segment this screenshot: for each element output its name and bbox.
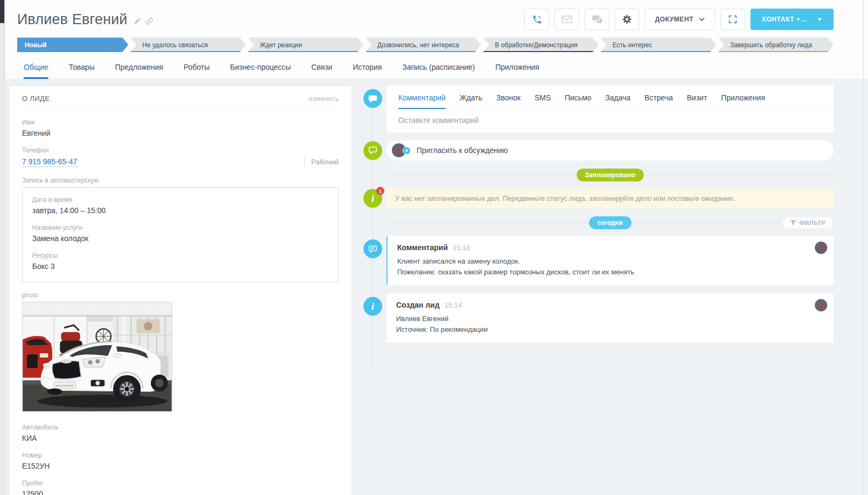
section-title: О ЛИДЕ <box>22 94 49 103</box>
entry-time: 15:14 <box>444 301 462 309</box>
window-corner <box>0 0 4 23</box>
caret-down-icon <box>818 18 822 21</box>
field-value: Е152УН <box>22 462 339 470</box>
planned-divider: Запланировано <box>386 168 834 182</box>
author-avatar: @ <box>815 242 827 254</box>
field-booking: Запись в автомастерскую Дата и время зав… <box>22 177 339 282</box>
lead-created-card: Создан лид 15:14 Ивлиев Евгений Источник… <box>386 294 834 343</box>
entry-title: Комментарий <box>397 243 448 252</box>
field-label: Номер <box>22 452 339 459</box>
tab-bizproc[interactable]: Бизнес-процессы <box>230 63 290 71</box>
stage-label: Завершить обработку лида <box>730 41 812 49</box>
settings-button[interactable] <box>615 9 639 30</box>
envelope-icon <box>561 15 572 24</box>
chat-button[interactable] <box>585 9 609 30</box>
tab-general[interactable]: Общие <box>24 63 48 71</box>
stage-no-interest[interactable]: Дозвонились, нет интереса <box>366 38 481 52</box>
field-label: photo <box>22 292 339 299</box>
header-actions: ДОКУМЕНТ КОНТАКТ +... <box>524 9 834 30</box>
stage-in-progress[interactable]: В обработке/Демонстрация <box>483 38 599 52</box>
stage-finish[interactable]: Завершить обработку лида <box>718 38 834 52</box>
composer-tab-meeting[interactable]: Встреча <box>645 93 673 102</box>
planned-badge: Запланировано <box>577 169 644 181</box>
field-value: Бокс 3 <box>32 262 329 271</box>
phone-icon <box>532 14 542 25</box>
mail-button[interactable] <box>555 9 579 30</box>
invite-label: Пригласить к обсуждению <box>417 146 508 155</box>
tab-apps[interactable]: Приложения <box>495 63 539 71</box>
copy-link-icon[interactable] <box>145 17 154 25</box>
invite-to-discussion[interactable]: @ + Пригласить к обсуждению <box>386 140 834 161</box>
filter-button[interactable]: ФИЛЬТР <box>782 216 834 229</box>
call-button[interactable] <box>524 9 549 30</box>
phone-link[interactable]: 7 915 985-65-47 <box>22 157 77 167</box>
comment-input[interactable] <box>386 109 834 133</box>
header: Ивлиев Евгений <box>5 0 868 79</box>
stage-interested[interactable]: Есть интерес <box>601 38 716 52</box>
stage-waiting[interactable]: Ждет реакции <box>248 38 363 52</box>
edit-pencil-icon[interactable] <box>134 17 141 25</box>
entry-time: 15:18 <box>453 244 470 252</box>
field-label: Телефон <box>22 147 339 154</box>
field-label: Запись в автомастерскую <box>22 177 339 184</box>
page-title: Ивлиев Евгений <box>17 11 127 28</box>
composer-tabs: Комментарий Ждать Звонок SMS Письмо Зада… <box>386 85 834 109</box>
tab-products[interactable]: Товары <box>69 63 94 71</box>
composer-tab-email[interactable]: Письмо <box>565 93 592 102</box>
booking-service: Название услуги Замена колодок <box>32 224 329 243</box>
window-left-gutter <box>0 0 5 495</box>
funnel-icon <box>790 220 796 225</box>
comment-entry-icon <box>363 239 382 258</box>
entry-text: Ивлиев Евгений <box>396 314 807 324</box>
timeline-entry-created: i Создан лид 15:14 Ивлиев Евгений Источн… <box>359 294 834 343</box>
composer-tab-task[interactable]: Задача <box>606 93 631 102</box>
field-label: Дата и время <box>32 196 329 203</box>
field-car: Автомобиль КИА <box>22 424 339 442</box>
composer-tab-call[interactable]: Звонок <box>496 93 520 102</box>
field-label: Пробег <box>22 479 339 487</box>
content: О ЛИДЕ изменить Имя Евгений Телефон 7 91… <box>5 79 868 495</box>
lead-info-card: О ЛИДЕ изменить Имя Евгений Телефон 7 91… <box>9 85 352 495</box>
composer-tab-visit[interactable]: Визит <box>687 93 707 102</box>
stage-label: Ждет реакции <box>260 41 302 49</box>
composer-card: Комментарий Ждать Звонок SMS Письмо Зада… <box>386 85 834 133</box>
stage-label: В обработке/Демонстрация <box>495 41 578 49</box>
tab-offers[interactable]: Предложения <box>115 63 163 71</box>
timeline: Комментарий Ждать Звонок SMS Письмо Зада… <box>353 85 834 350</box>
filter-label: ФИЛЬТР <box>799 220 826 226</box>
edit-link[interactable]: изменить <box>308 94 339 103</box>
scrollbar-track[interactable] <box>863 0 864 495</box>
discussion-bubble-icon <box>363 141 382 160</box>
composer-tab-sms[interactable]: SMS <box>535 93 551 102</box>
plus-icon: + <box>403 147 411 155</box>
composer-tab-comment[interactable]: Комментарий <box>398 93 446 102</box>
today-badge: сегодня <box>589 216 631 229</box>
booking-resource: Ресурсы Бокс 3 <box>32 252 329 271</box>
stage-label: Есть интерес <box>612 41 652 49</box>
document-button[interactable]: ДОКУМЕНТ <box>645 9 715 30</box>
invite-row: @ + Пригласить к обсуждению <box>359 140 834 161</box>
composer-row: Комментарий Ждать Звонок SMS Письмо Зада… <box>359 85 834 133</box>
comment-bubble-icon <box>363 89 382 108</box>
car-photo[interactable] <box>22 302 172 412</box>
tab-history[interactable]: История <box>353 63 382 71</box>
author-avatar: @ <box>815 299 827 311</box>
phone-row: 7 915 985-65-47 Рабочий <box>22 157 339 168</box>
composer-tab-wait[interactable]: Ждать <box>459 93 482 102</box>
booking-datetime: Дата и время завтра, 14:00 – 15:00 <box>32 196 329 215</box>
tab-relations[interactable]: Связи <box>311 63 332 71</box>
field-name: Имя Евгений <box>22 119 339 137</box>
entry-text: Источник: По рекомендации <box>396 324 807 335</box>
entry-title: Создан лид <box>396 301 440 309</box>
tab-robots[interactable]: Роботы <box>184 63 209 71</box>
expand-button[interactable] <box>720 9 745 30</box>
field-label: Автомобиль <box>22 424 339 431</box>
stage-new[interactable]: Новый <box>17 38 128 52</box>
tab-schedule[interactable]: Запись (расписание) <box>402 63 475 71</box>
no-planned-notice: У вас нет запланированных дел. Передвинь… <box>386 188 834 208</box>
stage-no-contact[interactable]: Не удалось связаться <box>130 38 246 52</box>
composer-tab-apps[interactable]: Приложения <box>721 93 765 102</box>
contact-add-button[interactable]: КОНТАКТ +... <box>750 9 834 30</box>
field-label: Ресурсы <box>32 252 329 259</box>
info-icon: i <box>363 297 382 316</box>
